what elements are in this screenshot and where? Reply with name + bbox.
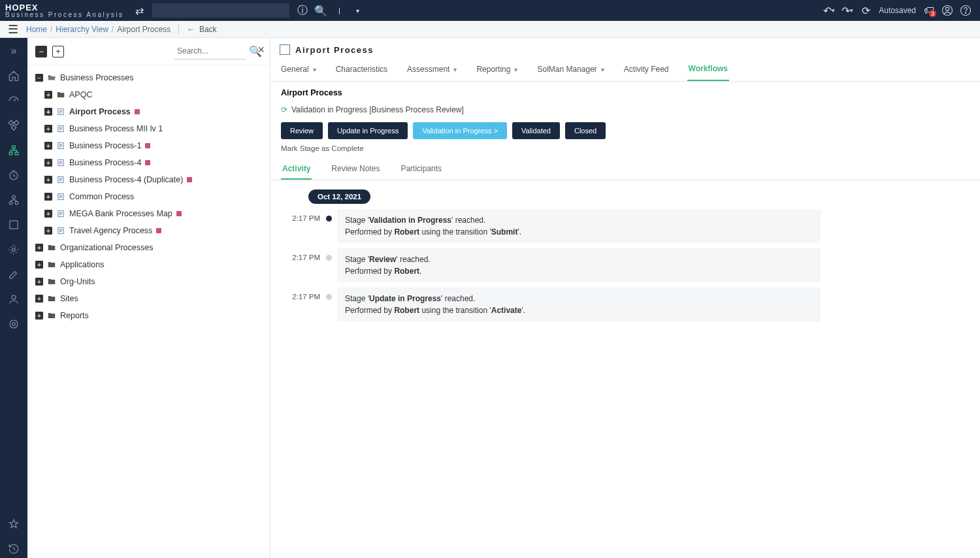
back-button[interactable]: ← Back — [178, 25, 216, 34]
tree-item[interactable]: Airport Process — [33, 103, 265, 120]
help-icon[interactable] — [956, 1, 975, 20]
info-icon[interactable]: ⓘ — [293, 1, 312, 20]
timeline-entry: 2:17 PM Stage 'Validation in Progress' r… — [282, 209, 970, 243]
gear-icon[interactable] — [5, 240, 23, 259]
undo-icon[interactable]: ↶▾ — [820, 1, 838, 20]
activity-panel: Oct 12, 2021 2:17 PM Stage 'Validation i… — [270, 180, 980, 336]
org-icon[interactable] — [5, 191, 23, 209]
menu-icon[interactable]: ☰ — [5, 22, 21, 37]
mark-complete-link[interactable]: Mark Stage as Complete — [270, 144, 980, 159]
history-icon[interactable] — [5, 540, 23, 558]
tab-general[interactable]: General▾ — [280, 57, 318, 81]
tab-solman-manager[interactable]: SolMan Manager▾ — [536, 57, 605, 81]
section-subtitle: Airport Process — [270, 82, 980, 100]
workflow-status: ⟳ Validation in Progress [Business Proce… — [270, 100, 980, 120]
svg-rect-8 — [9, 152, 12, 155]
stage-button[interactable]: Closed — [565, 122, 606, 139]
svg-point-17 — [10, 320, 18, 328]
tree-item[interactable]: MEGA Bank Processes Map — [33, 205, 265, 222]
tree-root[interactable]: Business Processes — [33, 69, 265, 86]
crumb-hierarchy[interactable]: Hierarchy View — [56, 25, 108, 34]
person-icon[interactable] — [5, 290, 23, 308]
tab-workflows[interactable]: Workflows — [687, 57, 729, 81]
tree-item[interactable]: Business Process-1 — [33, 137, 265, 154]
hierarchy-icon[interactable] — [5, 141, 23, 159]
expand-all-icon[interactable]: + — [52, 46, 64, 57]
tree-root-sibling[interactable]: Reports — [33, 307, 265, 324]
entry-card: Stage 'Review' reached.Performed by Robe… — [337, 248, 821, 282]
collapse-all-icon[interactable]: − — [35, 46, 47, 57]
svg-point-16 — [12, 295, 16, 299]
brand-subtitle: Business Process Analysis — [5, 12, 123, 18]
content-title: Airport Process — [295, 45, 374, 55]
brand: HOPEX Business Process Analysis — [5, 3, 123, 18]
subtab-activity[interactable]: Activity — [281, 159, 312, 180]
svg-rect-14 — [10, 221, 18, 229]
tab-reporting[interactable]: Reporting▾ — [475, 57, 519, 81]
edit-icon[interactable] — [5, 265, 23, 284]
svg-rect-4 — [8, 120, 13, 125]
timeline-entry: 2:17 PM Stage 'Review' reached.Performed… — [282, 248, 970, 282]
apps-icon[interactable] — [5, 116, 23, 135]
target-icon[interactable] — [5, 315, 23, 333]
subtab-review-notes[interactable]: Review Notes — [330, 159, 381, 180]
subtab-participants[interactable]: Participants — [399, 159, 443, 180]
global-search-input[interactable] — [152, 3, 289, 18]
crumb-current: Airport Process — [117, 25, 171, 34]
timeline-dot — [326, 294, 332, 300]
stage-button[interactable]: Validation in Progress > — [413, 122, 507, 139]
tree-panel: × − + 🔍 Business ProcessesAPQCAirport Pr… — [27, 38, 270, 558]
svg-point-15 — [12, 248, 16, 252]
notification-badge: 3 — [929, 10, 936, 17]
svg-rect-5 — [14, 120, 18, 125]
crumb-home[interactable]: Home — [26, 25, 47, 34]
tree-root-sibling[interactable]: Applications — [33, 256, 265, 273]
home-icon[interactable] — [5, 67, 23, 85]
dropdown-icon[interactable]: ▾ — [348, 1, 367, 20]
timeline-dot — [326, 216, 332, 222]
stage-button[interactable]: Validated — [512, 122, 560, 139]
entry-time: 2:17 PM — [282, 287, 320, 301]
tree-item[interactable]: Common Process — [33, 188, 265, 205]
svg-rect-6 — [11, 125, 16, 130]
tree-search-input[interactable] — [174, 44, 246, 59]
tab-characteristics[interactable]: Characteristics — [335, 57, 389, 81]
stage-button[interactable]: Update in Progress — [328, 122, 408, 139]
top-bar: HOPEX Business Process Analysis ⇄ ⓘ 🔍 | … — [0, 0, 980, 21]
tree-root-sibling[interactable]: Sites — [33, 290, 265, 307]
tab-assessment[interactable]: Assessment▾ — [406, 57, 458, 81]
expand-rail-icon[interactable]: » — [5, 42, 23, 60]
side-rail: » — [0, 38, 27, 558]
redo-icon[interactable]: ↷▾ — [838, 1, 857, 20]
tree-item[interactable]: Business Process-4 (Duplicate) — [33, 171, 265, 188]
user-icon[interactable] — [938, 1, 956, 20]
dashboard-icon[interactable] — [5, 91, 23, 110]
autosaved-label: Autosaved — [879, 6, 916, 15]
entry-card: Stage 'Update in Progress' reached.Perfo… — [337, 287, 821, 321]
tree-root-sibling[interactable]: Organizational Processes — [33, 239, 265, 256]
tree-item[interactable]: Business Process-4 — [33, 154, 265, 171]
swap-icon[interactable]: ⇄ — [130, 1, 148, 20]
box-icon[interactable] — [5, 216, 23, 234]
star-icon[interactable] — [5, 515, 23, 533]
breadcrumb-row: ☰ Home / Hierarchy View / Airport Proces… — [0, 21, 980, 38]
tree-item[interactable]: APQC — [33, 86, 265, 103]
entry-time: 2:17 PM — [282, 209, 320, 222]
svg-point-12 — [9, 201, 12, 205]
tree-root-sibling[interactable]: Org-Units — [33, 273, 265, 290]
activity-date: Oct 12, 2021 — [308, 189, 370, 204]
svg-point-1 — [945, 7, 949, 10]
close-panel-icon[interactable]: × — [257, 43, 265, 57]
notifications-icon[interactable]: 🏷3 — [920, 1, 938, 20]
clock-icon[interactable] — [5, 166, 23, 184]
svg-rect-7 — [12, 146, 16, 148]
tree-item[interactable]: Business Process MII lv 1 — [33, 120, 265, 137]
search-icon[interactable]: 🔍 — [312, 1, 330, 20]
svg-point-3 — [965, 12, 966, 13]
tree-item[interactable]: Travel Agency Process — [33, 222, 265, 239]
timeline-entry: 2:17 PM Stage 'Update in Progress' reach… — [282, 287, 970, 321]
refresh-icon[interactable]: ⟳ — [857, 1, 875, 20]
tab-activity-feed[interactable]: Activity Feed — [623, 57, 670, 81]
stage-button[interactable]: Review — [281, 122, 323, 139]
content-area: Airport Process General▾CharacteristicsA… — [270, 38, 980, 558]
